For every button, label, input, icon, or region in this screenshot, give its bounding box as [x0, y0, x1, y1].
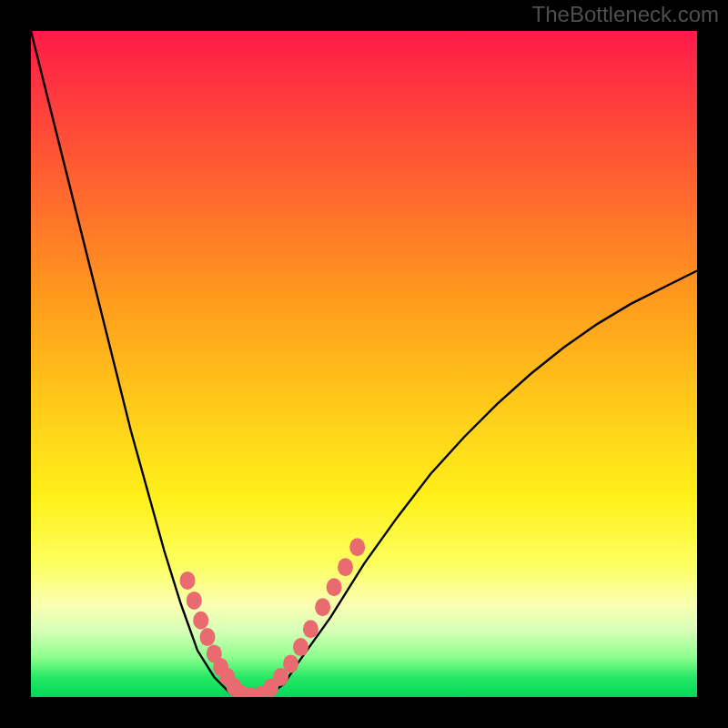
curve-dot: [303, 620, 318, 638]
curve-dot: [327, 578, 342, 596]
curve-dot: [200, 628, 216, 646]
curve-dot: [283, 654, 298, 672]
curve-dot: [349, 538, 365, 556]
curve-dot: [315, 598, 330, 616]
curve-dot: [193, 612, 208, 630]
chart-frame: TheBottleneck.com: [0, 0, 728, 728]
bottleneck-curve: [31, 31, 697, 697]
curve-dot: [293, 638, 308, 656]
curve-dot: [187, 592, 202, 610]
watermark-text: TheBottleneck.com: [532, 2, 719, 27]
chart-overlay: [31, 31, 697, 697]
curve-marker-dots: [180, 538, 366, 697]
curve-dot: [338, 558, 353, 576]
curve-dot: [180, 571, 196, 590]
